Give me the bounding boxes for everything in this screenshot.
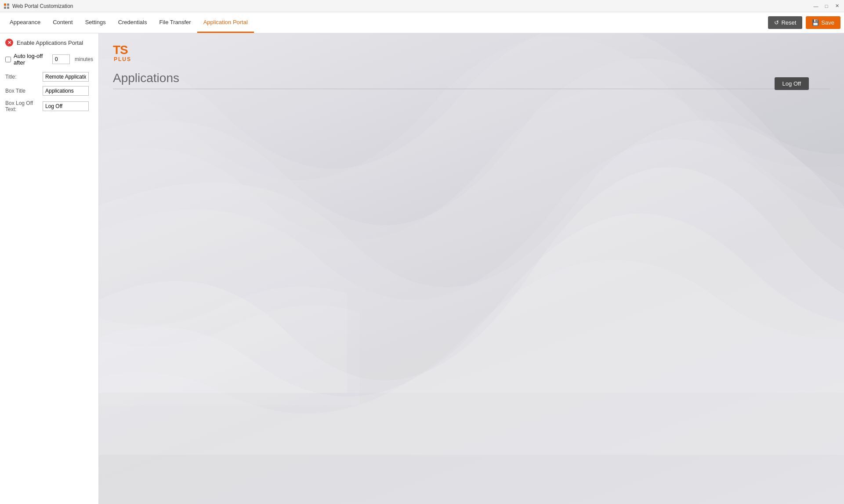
left-panel: ✕ Enable Applications Portal Auto log-of… [0,33,99,504]
svg-rect-2 [4,7,6,9]
enable-portal-row: ✕ Enable Applications Portal [5,39,93,47]
logo-ts-text: TS [113,44,830,56]
tab-appearance[interactable]: Appearance [4,12,47,33]
portal-preview-content: TS PLUS Applications Log Off [99,33,844,504]
enable-status-icon[interactable]: ✕ [5,39,13,47]
enable-portal-label: Enable Applications Portal [17,40,83,46]
auto-logoff-checkbox[interactable] [5,57,11,62]
logo-plus-text: PLUS [114,56,830,62]
maximize-button[interactable]: □ [823,3,830,10]
auto-logoff-row: Auto log-off after minutes [5,53,93,66]
box-logoff-label: Box Log Off Text: [5,100,43,112]
titlebar: Web Portal Customization — □ ✕ [0,0,844,12]
close-button[interactable]: ✕ [833,3,840,10]
tab-settings[interactable]: Settings [79,12,112,33]
portal-page-title: Applications [113,71,830,85]
box-title-label: Box Title [5,88,43,94]
window-controls: — □ ✕ [812,3,840,10]
tab-credentials[interactable]: Credentials [112,12,153,33]
main-layout: ✕ Enable Applications Portal Auto log-of… [0,33,844,504]
preview-panel: TS PLUS Applications Log Off [99,33,844,504]
minimize-button[interactable]: — [812,3,819,10]
minutes-label: minutes [75,56,93,62]
reset-button[interactable]: ↺ Reset [768,16,802,29]
portal-divider [113,89,830,89]
svg-rect-0 [4,4,6,6]
title-label: Title: [5,74,43,80]
portal-logo: TS PLUS [113,44,830,62]
box-logoff-field-row: Box Log Off Text: [5,100,93,112]
portal-logoff-button[interactable]: Log Off [775,77,809,90]
title-input[interactable] [43,72,89,82]
tab-file-transfer[interactable]: File Transfer [153,12,197,33]
box-title-field-row: Box Title [5,86,93,96]
auto-logoff-label: Auto log-off after [14,53,50,66]
box-logoff-input[interactable] [43,101,89,111]
menubar: Appearance Content Settings Credentials … [0,12,844,33]
tab-application-portal[interactable]: Application Portal [197,12,254,33]
reset-icon: ↺ [774,19,779,26]
menubar-actions: ↺ Reset 💾 Save [768,12,840,33]
window-title: Web Portal Customization [12,3,812,9]
save-label: Save [821,19,834,26]
box-title-input[interactable] [43,86,89,96]
save-button[interactable]: 💾 Save [806,16,840,29]
save-icon: 💾 [812,19,819,26]
reset-label: Reset [781,19,796,26]
auto-logoff-input[interactable] [52,54,70,64]
app-icon [4,3,10,9]
svg-rect-1 [7,4,9,6]
svg-rect-3 [7,7,9,9]
tab-content[interactable]: Content [47,12,79,33]
title-field-row: Title: [5,72,93,82]
